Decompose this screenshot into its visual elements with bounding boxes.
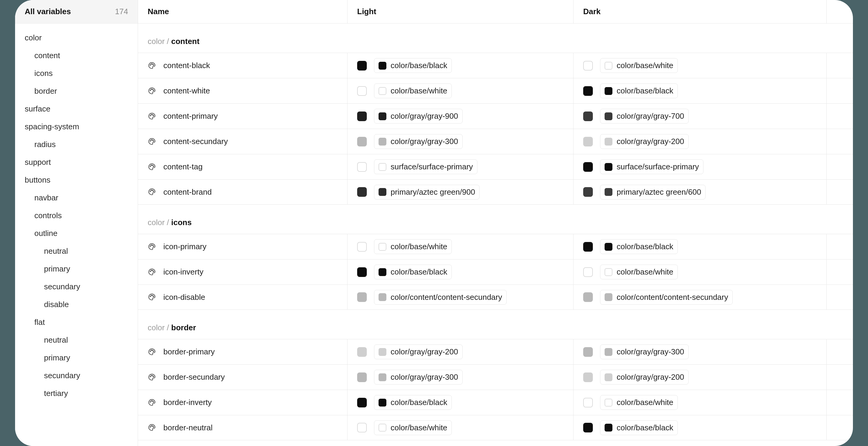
cell-name[interactable]: content-white [138, 78, 347, 103]
cell-light[interactable]: color/base/black [347, 259, 574, 284]
alias-chip[interactable]: color/gray/gray-200 [600, 370, 689, 385]
alias-chip[interactable]: color/gray/gray-200 [600, 134, 689, 149]
cell-name[interactable]: content-tag [138, 154, 347, 179]
cell-dark[interactable]: color/base/white [574, 53, 827, 78]
cell-name[interactable]: border-neutral [138, 415, 347, 440]
cell-light[interactable]: color/base/white [347, 415, 574, 440]
sidebar-item-primary[interactable]: primary [15, 349, 138, 367]
cell-name[interactable]: border-secundary [138, 364, 347, 390]
cell-dark[interactable]: color/base/white [574, 390, 827, 415]
alias-chip[interactable]: color/gray/gray-300 [374, 370, 463, 385]
sidebar-item-disable[interactable]: disable [15, 296, 138, 313]
sidebar-item-support[interactable]: support [15, 153, 138, 171]
sidebar-item-buttons[interactable]: buttons [15, 171, 138, 189]
table-row[interactable]: icon-disablecolor/content/content-secund… [138, 284, 853, 310]
sidebar-item-radius[interactable]: radius [15, 136, 138, 153]
table-row[interactable]: content-blackcolor/base/blackcolor/base/… [138, 53, 853, 78]
cell-light[interactable]: color/gray/gray-300 [347, 364, 574, 390]
cell-light[interactable]: color/base/white [347, 234, 574, 259]
col-dark[interactable]: Dark [574, 0, 827, 23]
table-row[interactable]: icon-primarycolor/base/whitecolor/base/b… [138, 234, 853, 259]
alias-chip[interactable]: color/content/content-secundary [600, 290, 733, 305]
cell-name[interactable]: content-secundary [138, 129, 347, 154]
alias-chip[interactable]: color/base/black [600, 420, 678, 435]
cell-light[interactable]: color/base/white [347, 78, 574, 103]
alias-chip[interactable]: color/content/content-secundary [374, 290, 507, 305]
alias-chip[interactable]: primary/aztec green/600 [600, 185, 706, 199]
cell-name[interactable]: icon-disable [138, 285, 347, 310]
alias-chip[interactable]: color/base/black [600, 239, 678, 254]
cell-dark[interactable]: color/gray/gray-700 [574, 104, 827, 129]
cell-dark[interactable]: color/gray/gray-300 [574, 339, 827, 364]
table-row[interactable]: border-neutralcolor/base/whitecolor/base… [138, 415, 853, 440]
alias-chip[interactable]: color/gray/gray-900 [374, 109, 463, 124]
alias-chip[interactable]: color/base/black [374, 58, 452, 73]
table-row[interactable]: content-tagsurface/surface-primarysurfac… [138, 154, 853, 179]
cell-dark[interactable]: color/base/black [574, 234, 827, 259]
sidebar-item-tertiary[interactable]: tertiary [15, 385, 138, 402]
table-row[interactable]: icon-invertycolor/base/blackcolor/base/w… [138, 259, 853, 284]
sidebar-item-spacing-system[interactable]: spacing-system [15, 118, 138, 136]
cell-dark[interactable]: color/gray/gray-200 [574, 129, 827, 154]
cell-name[interactable]: border-primary [138, 339, 347, 364]
cell-light[interactable]: surface/surface-primary [347, 154, 574, 179]
cell-light[interactable]: primary/aztec green/900 [347, 180, 574, 204]
alias-chip[interactable]: primary/aztec green/900 [374, 185, 479, 199]
table-row[interactable]: content-primarycolor/gray/gray-900color/… [138, 103, 853, 129]
table-row[interactable]: border-secundarycolor/gray/gray-300color… [138, 364, 853, 390]
alias-chip[interactable]: color/base/white [600, 395, 678, 410]
sidebar-item-neutral[interactable]: neutral [15, 331, 138, 349]
cell-dark[interactable]: surface/surface-primary [574, 154, 827, 179]
cell-dark[interactable]: color/content/content-secundary [574, 285, 827, 310]
alias-chip[interactable]: color/base/white [600, 58, 678, 73]
sidebar-item-border[interactable]: border [15, 82, 138, 100]
table-row[interactable]: border-invertycolor/base/blackcolor/base… [138, 390, 853, 415]
cell-light[interactable]: color/gray/gray-300 [347, 129, 574, 154]
sidebar-item-outline[interactable]: outline [15, 224, 138, 242]
alias-chip[interactable]: color/gray/gray-200 [374, 345, 463, 359]
sidebar-item-color[interactable]: color [15, 29, 138, 47]
cell-name[interactable]: content-black [138, 53, 347, 78]
cell-light[interactable]: color/gray/gray-200 [347, 339, 574, 364]
sidebar-item-icons[interactable]: icons [15, 64, 138, 82]
sidebar-item-content[interactable]: content [15, 47, 138, 64]
alias-chip[interactable]: color/base/white [374, 420, 452, 435]
col-light[interactable]: Light [347, 0, 574, 23]
cell-light[interactable]: color/base/black [347, 53, 574, 78]
col-name[interactable]: Name [138, 0, 347, 23]
sidebar-item-navbar[interactable]: navbar [15, 189, 138, 207]
cell-name[interactable]: content-primary [138, 104, 347, 129]
alias-chip[interactable]: color/base/black [600, 84, 678, 98]
alias-chip[interactable]: color/gray/gray-700 [600, 109, 689, 124]
sidebar-item-secundary[interactable]: secundary [15, 278, 138, 296]
alias-chip[interactable]: color/base/white [374, 84, 452, 98]
cell-light[interactable]: color/base/black [347, 390, 574, 415]
alias-chip[interactable]: color/base/black [374, 264, 452, 279]
alias-chip[interactable]: color/base/white [600, 264, 678, 279]
table-row[interactable]: border-primarycolor/gray/gray-200color/g… [138, 339, 853, 364]
cell-dark[interactable]: primary/aztec green/600 [574, 180, 827, 204]
cell-light[interactable]: color/gray/gray-900 [347, 104, 574, 129]
cell-dark[interactable]: color/base/black [574, 415, 827, 440]
sidebar-item-flat[interactable]: flat [15, 313, 138, 331]
sidebar-item-controls[interactable]: controls [15, 207, 138, 224]
sidebar-header[interactable]: All variables 174 [15, 0, 138, 24]
sidebar-item-neutral[interactable]: neutral [15, 242, 138, 260]
table-row[interactable]: content-whitecolor/base/whitecolor/base/… [138, 78, 853, 103]
table-row[interactable]: content-brandprimary/aztec green/900prim… [138, 179, 853, 204]
alias-chip[interactable]: color/gray/gray-300 [374, 134, 463, 149]
cell-light[interactable]: color/content/content-secundary [347, 285, 574, 310]
alias-chip[interactable]: color/base/black [374, 395, 452, 410]
cell-dark[interactable]: color/gray/gray-200 [574, 364, 827, 390]
sidebar-item-secundary[interactable]: secundary [15, 367, 138, 385]
alias-chip[interactable]: color/base/white [374, 239, 452, 254]
cell-name[interactable]: border-inverty [138, 390, 347, 415]
cell-name[interactable]: content-brand [138, 180, 347, 204]
sidebar-item-primary[interactable]: primary [15, 260, 138, 278]
table-row[interactable]: content-secundarycolor/gray/gray-300colo… [138, 129, 853, 154]
sidebar-item-surface[interactable]: surface [15, 100, 138, 118]
cell-name[interactable]: icon-inverty [138, 259, 347, 284]
cell-dark[interactable]: color/base/white [574, 259, 827, 284]
alias-chip[interactable]: color/gray/gray-300 [600, 345, 689, 359]
alias-chip[interactable]: surface/surface-primary [374, 159, 477, 174]
